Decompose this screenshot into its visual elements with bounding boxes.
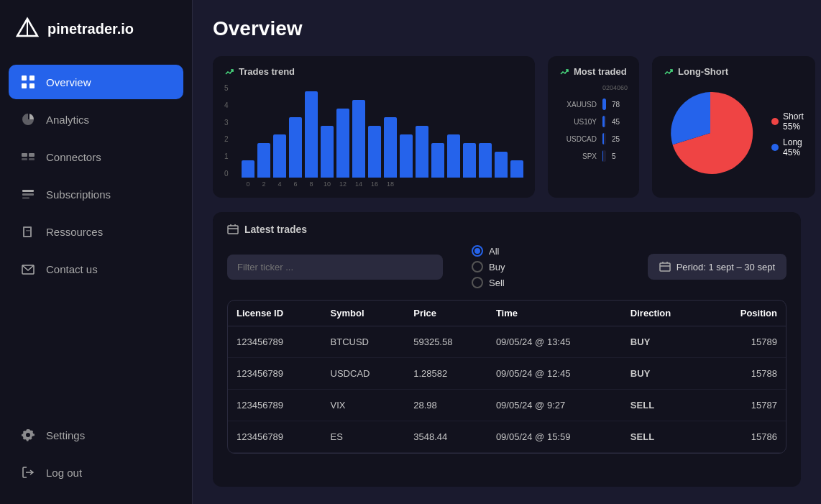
most-traded-card: Most traded 0204060 XAUUSD78US10Y45USDCA… bbox=[548, 56, 639, 198]
sidebar-item-contact[interactable]: Contact us bbox=[9, 252, 183, 286]
hbar-track bbox=[602, 133, 606, 145]
cell-symbol: VIX bbox=[322, 390, 405, 421]
svg-rect-11 bbox=[22, 193, 34, 196]
latest-trades-card: Latest trades All Buy Sell bbox=[213, 212, 801, 487]
logo-icon bbox=[14, 16, 40, 42]
bar bbox=[479, 143, 492, 178]
cell-direction: SELL bbox=[622, 390, 707, 421]
bar bbox=[384, 117, 397, 178]
long-short-title: Long-Short bbox=[664, 66, 804, 77]
cell-position: 15789 bbox=[707, 326, 786, 358]
sidebar-item-ressources[interactable]: Ressources bbox=[9, 214, 183, 249]
svg-rect-5 bbox=[29, 83, 35, 88]
radio-label-sell: Sell bbox=[489, 278, 505, 288]
logout-icon bbox=[20, 464, 36, 480]
bar bbox=[463, 143, 476, 178]
sidebar-item-settings[interactable]: Settings bbox=[9, 418, 183, 452]
cell-position: 15786 bbox=[707, 421, 786, 453]
sidebar: pinetrader.io Overview Analytics Connect… bbox=[0, 0, 193, 504]
trades-trend-chart: 012345 bbox=[224, 84, 523, 178]
cell-symbol: ES bbox=[322, 421, 405, 453]
bar bbox=[431, 143, 444, 178]
hbar-value: 78 bbox=[612, 101, 628, 109]
svg-rect-6 bbox=[22, 153, 27, 157]
trades-header: Latest trades bbox=[227, 224, 786, 235]
hbar-row: XAUUSD78 bbox=[559, 98, 628, 110]
trades-table: License ID Symbol Price Time Direction P… bbox=[228, 301, 786, 453]
table-row[interactable]: 123456789 VIX 28.98 09/05/24 @ 9:27 SELL… bbox=[228, 390, 786, 421]
bar bbox=[305, 91, 318, 178]
subscriptions-icon bbox=[20, 186, 36, 202]
bar bbox=[510, 160, 523, 178]
table-row[interactable]: 123456789 ES 3548.44 09/05/24 @ 15:59 SE… bbox=[228, 421, 786, 453]
cell-position: 15788 bbox=[707, 358, 786, 390]
hbar-fill bbox=[602, 116, 605, 127]
hbar-label: US10Y bbox=[559, 118, 597, 126]
svg-rect-7 bbox=[29, 153, 35, 157]
col-license: License ID bbox=[228, 301, 322, 326]
hbar-axis: 0204060 bbox=[559, 84, 628, 91]
sidebar-nav: Overview Analytics Connectors Subscripti… bbox=[0, 58, 192, 411]
main-content: Overview Trades trend 012345 02468101214… bbox=[193, 0, 821, 504]
long-short-card: Long-Short bbox=[652, 56, 815, 198]
sidebar-item-logout[interactable]: Log out bbox=[9, 455, 183, 490]
charts-row: Trades trend 012345 024681012141618 Most… bbox=[213, 56, 801, 198]
cell-license: 123456789 bbox=[228, 390, 322, 421]
trades-icon bbox=[227, 224, 239, 235]
sidebar-item-label: Subscriptions bbox=[46, 188, 111, 201]
sidebar-item-label: Connectors bbox=[46, 151, 101, 163]
bar bbox=[257, 143, 270, 178]
legend-long: Long45% bbox=[771, 137, 804, 157]
col-symbol: Symbol bbox=[322, 301, 405, 326]
grid-icon bbox=[20, 74, 36, 90]
cell-direction: BUY bbox=[622, 358, 707, 390]
trades-trend-title: Trades trend bbox=[224, 66, 523, 77]
trades-title: Latest trades bbox=[244, 224, 307, 235]
bar bbox=[321, 126, 334, 178]
cell-time: 09/05/24 @ 9:27 bbox=[487, 390, 622, 421]
sidebar-item-label: Log out bbox=[46, 467, 82, 479]
hbar-label: USDCAD bbox=[559, 135, 597, 143]
hbar-row: US10Y45 bbox=[559, 116, 628, 127]
radio-circle-all bbox=[472, 245, 483, 257]
radio-buy[interactable]: Buy bbox=[472, 261, 505, 272]
table-row[interactable]: 123456789 BTCUSD 59325.58 09/05/24 @ 13:… bbox=[228, 326, 786, 358]
sidebar-item-label: Contact us bbox=[46, 263, 98, 275]
sidebar-item-label: Ressources bbox=[46, 226, 103, 238]
pie-chart bbox=[664, 86, 757, 183]
cell-price: 1.28582 bbox=[405, 358, 487, 390]
radio-circle-buy bbox=[472, 261, 483, 272]
pie-legend: Short55% Long45% bbox=[771, 111, 804, 157]
cell-license: 123456789 bbox=[228, 326, 322, 358]
pie-chart-container: Short55% Long45% bbox=[664, 84, 804, 185]
connectors-icon bbox=[20, 149, 36, 165]
filter-input[interactable] bbox=[227, 255, 443, 280]
bar bbox=[273, 134, 286, 178]
col-position: Position bbox=[707, 301, 786, 326]
radio-all[interactable]: All bbox=[472, 245, 505, 257]
sidebar-item-overview[interactable]: Overview bbox=[9, 65, 183, 99]
cell-price: 59325.58 bbox=[405, 326, 487, 358]
period-button[interactable]: Period: 1 sept – 30 sept bbox=[648, 254, 786, 280]
hbar-track bbox=[602, 98, 606, 110]
sidebar-item-analytics[interactable]: Analytics bbox=[9, 102, 183, 137]
cell-price: 3548.44 bbox=[405, 421, 487, 453]
long-dot bbox=[771, 144, 779, 151]
bar bbox=[400, 134, 413, 178]
radio-sell[interactable]: Sell bbox=[472, 277, 505, 288]
svg-rect-12 bbox=[22, 197, 29, 199]
svg-rect-4 bbox=[22, 83, 27, 88]
svg-rect-9 bbox=[29, 158, 35, 160]
table-row[interactable]: 123456789 USDCAD 1.28582 09/05/24 @ 12:4… bbox=[228, 358, 786, 390]
sidebar-item-subscriptions[interactable]: Subscriptions bbox=[9, 177, 183, 211]
trades-table-wrapper: License ID Symbol Price Time Direction P… bbox=[227, 300, 786, 454]
cell-license: 123456789 bbox=[228, 358, 322, 390]
sidebar-item-label: Overview bbox=[46, 76, 91, 88]
period-label: Period: 1 sept – 30 sept bbox=[676, 262, 775, 272]
sidebar-item-connectors[interactable]: Connectors bbox=[9, 139, 183, 174]
hbar-fill bbox=[602, 133, 604, 145]
hbar-track bbox=[602, 150, 606, 162]
cell-price: 28.98 bbox=[405, 390, 487, 421]
table-head: License ID Symbol Price Time Direction P… bbox=[228, 301, 786, 326]
radio-circle-sell bbox=[472, 277, 483, 288]
